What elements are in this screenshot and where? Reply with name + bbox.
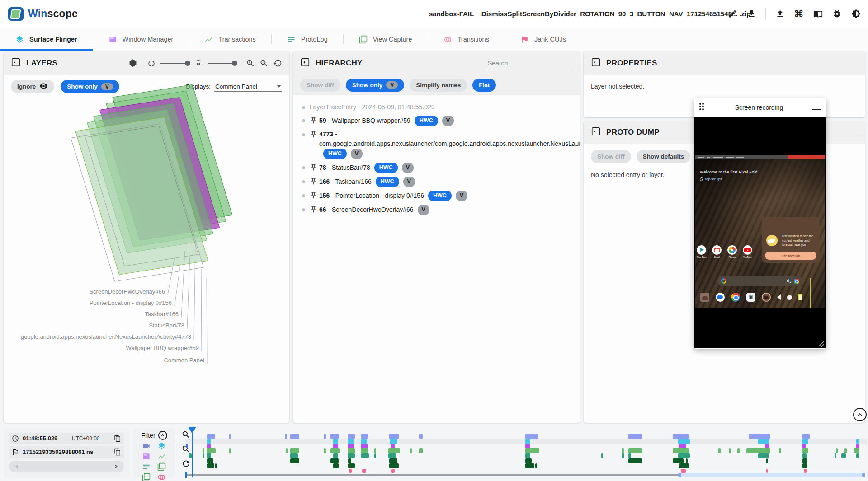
screen-recording-event-block[interactable] xyxy=(419,434,423,439)
screen-recording-event-block[interactable] xyxy=(207,434,215,439)
chrome-app-icon[interactable] xyxy=(731,293,740,302)
view-capture-a-event-block[interactable] xyxy=(766,458,768,463)
minimize-icon[interactable] xyxy=(812,102,821,110)
surface-flinger-event-block[interactable] xyxy=(678,439,690,444)
view-capture-b-event-block[interactable] xyxy=(535,463,538,468)
screen-recording-event-block[interactable] xyxy=(348,434,355,439)
view-capture-a-event-block[interactable] xyxy=(290,458,299,463)
trace-entry-row[interactable]: LayerTraceEntry - 2024-05-09, 01:48:55.0… xyxy=(297,101,576,114)
use-location-button[interactable]: Use location xyxy=(765,252,816,260)
layer-node-row[interactable]: 59 - Wallpaper BBQ wrapper#59HWCV xyxy=(297,114,576,128)
screen-recording-event-block[interactable] xyxy=(229,434,231,439)
tab-surface-flinger[interactable]: Surface Flinger xyxy=(0,28,93,51)
surface-flinger-event-block[interactable] xyxy=(333,439,338,444)
view-capture-b-event-block[interactable] xyxy=(207,463,214,468)
android-app-icon[interactable] xyxy=(700,293,709,302)
view-capture-b-event-block[interactable] xyxy=(389,463,399,468)
transitions-event-block[interactable] xyxy=(391,469,395,473)
pin-icon[interactable] xyxy=(310,177,317,185)
timeline-zoom-scrollbar[interactable] xyxy=(678,473,865,477)
protolog-event-block[interactable] xyxy=(856,453,859,458)
next-frame-icon[interactable] xyxy=(113,463,119,470)
google-search-bar[interactable] xyxy=(717,276,802,286)
show-only-v-button[interactable]: Show only V xyxy=(61,80,119,93)
transactions-event-block[interactable] xyxy=(229,448,231,453)
transactions-event-block[interactable] xyxy=(324,448,326,453)
collapse-filter-icon[interactable] xyxy=(158,431,167,440)
flat-button[interactable]: Flat xyxy=(472,79,496,92)
nav-back-icon[interactable] xyxy=(777,294,781,300)
transactions-event-block[interactable] xyxy=(628,448,642,453)
ignore-button[interactable]: Ignore xyxy=(11,80,54,93)
protolog-event-block[interactable] xyxy=(835,453,837,458)
lens-icon[interactable] xyxy=(794,279,799,284)
copy-ns-icon[interactable] xyxy=(114,448,121,456)
drag-handle-icon[interactable] xyxy=(699,103,706,112)
protolog-event-block[interactable] xyxy=(525,453,530,458)
collapse-panel-icon[interactable] xyxy=(591,126,601,138)
transitions-event-block[interactable] xyxy=(804,469,807,473)
view-capture-a-event-block[interactable] xyxy=(348,458,351,463)
filter-screen-recording-icon[interactable] xyxy=(142,442,151,450)
view-capture-b-event-block[interactable] xyxy=(333,463,339,468)
layers-3d-view[interactable]: ScreenDecorHwcOverlay#66 PointerLocation… xyxy=(4,95,289,423)
collapse-panel-icon[interactable] xyxy=(300,57,310,69)
protolog-event-block[interactable] xyxy=(388,453,396,458)
protolog-event-block[interactable] xyxy=(333,453,338,458)
simplify-names-button[interactable]: Simplify names xyxy=(410,79,467,92)
copy-time-icon[interactable] xyxy=(114,435,121,442)
protolog-event-block[interactable] xyxy=(207,453,212,458)
transactions-event-block[interactable] xyxy=(737,448,740,453)
view-capture-a-event-block[interactable] xyxy=(330,458,339,463)
screen-recording-event-block[interactable] xyxy=(628,434,642,439)
transactions-event-block[interactable] xyxy=(348,448,355,453)
protolog-event-block[interactable] xyxy=(841,453,846,458)
view-capture-a-event-block[interactable] xyxy=(525,458,532,463)
transactions-event-block[interactable] xyxy=(802,448,809,453)
transactions-event-block[interactable] xyxy=(746,448,770,453)
view-capture-b-event-block[interactable] xyxy=(525,463,534,468)
layer-node-row[interactable]: 4773 - com.google.android.apps.nexuslaun… xyxy=(297,128,576,161)
view-capture-b-event-block[interactable] xyxy=(802,463,807,468)
android-circle-icon[interactable] xyxy=(762,293,771,302)
view-capture-b-event-block[interactable] xyxy=(679,463,689,468)
documentation-icon[interactable] xyxy=(813,9,823,19)
app-play-store[interactable]: Play Store xyxy=(697,245,706,258)
transactions-event-block[interactable] xyxy=(718,448,721,453)
screen-recording-window[interactable]: Screen recording Welcome to the first Pi… xyxy=(694,98,826,349)
cube-3d-icon[interactable] xyxy=(128,59,137,68)
filter-window-manager-icon[interactable] xyxy=(142,452,151,461)
screen-recording-event-block[interactable] xyxy=(673,434,689,439)
transactions-event-block[interactable] xyxy=(844,448,847,453)
transitions-event-block[interactable] xyxy=(681,469,686,473)
zoom-in-icon[interactable] xyxy=(246,59,255,68)
transactions-event-block[interactable] xyxy=(286,448,288,453)
pin-icon[interactable] xyxy=(310,163,317,171)
spacing-icon[interactable] xyxy=(194,59,203,68)
layer-node-row[interactable]: 66 - ScreenDecorHwcOverlay#66V xyxy=(297,203,576,217)
rotation-slider-knob[interactable] xyxy=(185,61,190,66)
scrollbar-left-cap[interactable] xyxy=(678,473,681,477)
dark-mode-toggle-icon[interactable] xyxy=(851,9,861,19)
camera-app-icon[interactable] xyxy=(746,293,755,302)
upload-icon[interactable] xyxy=(775,9,785,19)
scrollbar-right-cap[interactable] xyxy=(862,473,865,477)
tab-view-capture[interactable]: View Capture xyxy=(344,28,428,51)
nav-home-icon[interactable] xyxy=(787,295,792,300)
tab-jank-cujs[interactable]: Jank CUJs xyxy=(505,28,581,51)
report-bug-icon[interactable] xyxy=(832,9,842,19)
rotation-slider[interactable] xyxy=(160,63,189,64)
collapse-panel-icon[interactable] xyxy=(11,57,21,69)
collapse-panel-icon[interactable] xyxy=(591,57,601,69)
transactions-event-block[interactable] xyxy=(673,448,689,453)
shortcuts-icon[interactable]: ⌘ xyxy=(794,9,804,19)
surface-flinger-event-block[interactable] xyxy=(525,439,530,444)
previous-frame-icon[interactable] xyxy=(14,463,20,470)
transactions-event-block[interactable] xyxy=(729,448,731,453)
filter-surface-flinger-icon[interactable] xyxy=(157,442,166,450)
transactions-event-block[interactable] xyxy=(836,448,838,453)
timeline-track[interactable] xyxy=(185,427,867,481)
reset-view-icon[interactable] xyxy=(273,59,282,68)
transactions-event-block[interactable] xyxy=(854,448,859,453)
view-capture-a-event-block[interactable] xyxy=(389,458,397,463)
